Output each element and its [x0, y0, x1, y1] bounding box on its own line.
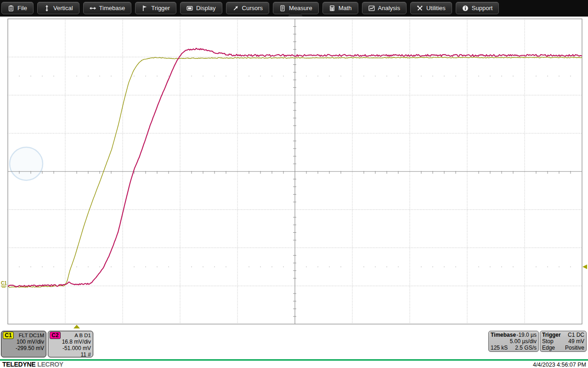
menu-pull-tab[interactable]	[288, 14, 303, 17]
c1-badge: C1	[3, 332, 14, 339]
c1-scale: 100 mV/div	[17, 339, 44, 345]
tools-icon	[417, 5, 423, 12]
menu-button-analysis[interactable]: Analysis	[362, 2, 407, 14]
timebase-delay: -19.0 µs	[516, 332, 537, 338]
menu-label: Cursors	[242, 5, 263, 12]
timebase-rate: 2.5 GS/s	[515, 345, 537, 351]
c2-offset: -51.000 mV	[62, 345, 91, 351]
timebase-descriptor-box[interactable]: Timebase-19.0 µs 5.00 µs/div 125 kS2.5 G…	[488, 331, 539, 352]
menu-label: Vertical	[53, 5, 73, 12]
c2-scale: 16.8 mV/div	[62, 339, 91, 345]
menu-label: Utilities	[426, 5, 446, 12]
vertical-arrows-icon	[44, 5, 50, 12]
menu-button-vertical[interactable]: Vertical	[37, 2, 79, 14]
chart-icon	[368, 5, 375, 12]
c1-coupling-label: FLT DC1M	[19, 333, 44, 339]
watermark-circle	[10, 147, 43, 180]
trigger-descriptor-box[interactable]: TriggerC1 DC Stop49 mV EdgePositive	[540, 331, 587, 352]
c2-sweeps-count: 11 #	[81, 352, 91, 358]
trigger-mode: Stop	[542, 338, 554, 345]
oscilloscope-screen: C1 File Vertical Timebase Trigger Disp	[0, 0, 588, 368]
menu-button-timebase[interactable]: Timebase	[83, 2, 132, 14]
channel-c1-descriptor-box[interactable]: C1 FLT DC1M 100 mV/div -299.50 mV	[1, 331, 46, 357]
calculator-icon	[329, 5, 335, 12]
timebase-title: Timebase	[491, 332, 516, 338]
monitor-icon	[187, 5, 193, 12]
c1-offset: -299.50 mV	[16, 345, 44, 351]
trigger-title: Trigger	[542, 332, 561, 338]
menu-button-file[interactable]: File	[1, 2, 34, 14]
green-separator-line	[0, 359, 588, 361]
c1-offset-marker: C1	[1, 281, 7, 286]
menu-button-math[interactable]: Math	[322, 2, 358, 14]
menu-button-utilities[interactable]: Utilities	[410, 2, 452, 14]
menu-label: Timebase	[99, 5, 125, 12]
menu-label: File	[17, 5, 27, 12]
menu-button-trigger[interactable]: Trigger	[135, 2, 176, 14]
menu-label: Display	[196, 5, 216, 12]
waveform-grid[interactable]: C1	[0, 0, 588, 368]
timebase-samples: 125 kS	[491, 345, 508, 351]
menu-button-display[interactable]: Display	[180, 2, 222, 14]
trigger-slope: Positive	[565, 345, 584, 351]
trigger-time-marker	[74, 325, 80, 328]
document-icon	[279, 5, 286, 12]
menu-label: Support	[472, 5, 493, 12]
menu-label: Trigger	[151, 5, 170, 12]
horizontal-arrows-icon	[90, 5, 96, 12]
brand-logo: TELEDYNELECROY	[2, 361, 63, 368]
file-icon	[8, 5, 14, 12]
channel-c2-descriptor-box[interactable]: C2 A B D1 16.8 mV/div -51.000 mV 11 #	[48, 331, 93, 357]
brand-teledyne: TELEDYNE	[2, 361, 35, 368]
c2-source-label: A B D1	[74, 333, 91, 339]
menu-button-support[interactable]: Support	[456, 2, 499, 14]
flag-icon	[141, 5, 148, 12]
trigger-level-marker	[582, 264, 587, 269]
trigger-source: C1 DC	[568, 332, 584, 338]
brand-lecroy: LECROY	[37, 361, 63, 368]
c2-badge: C2	[50, 332, 61, 339]
timebase-scale: 5.00 µs/div	[510, 338, 537, 345]
info-icon	[462, 5, 469, 12]
menu-label: Analysis	[378, 5, 400, 12]
trigger-level: 49 mV	[568, 338, 584, 345]
menu-label: Math	[339, 5, 352, 12]
trigger-type: Edge	[542, 345, 555, 351]
menu-button-measure[interactable]: Measure	[273, 2, 319, 14]
menu-button-cursors[interactable]: Cursors	[226, 2, 270, 14]
menu-label: Measure	[289, 5, 312, 12]
datetime-label: 4/4/2023 4:56:07 PM	[533, 362, 586, 368]
cursor-arrow-icon	[232, 5, 239, 12]
